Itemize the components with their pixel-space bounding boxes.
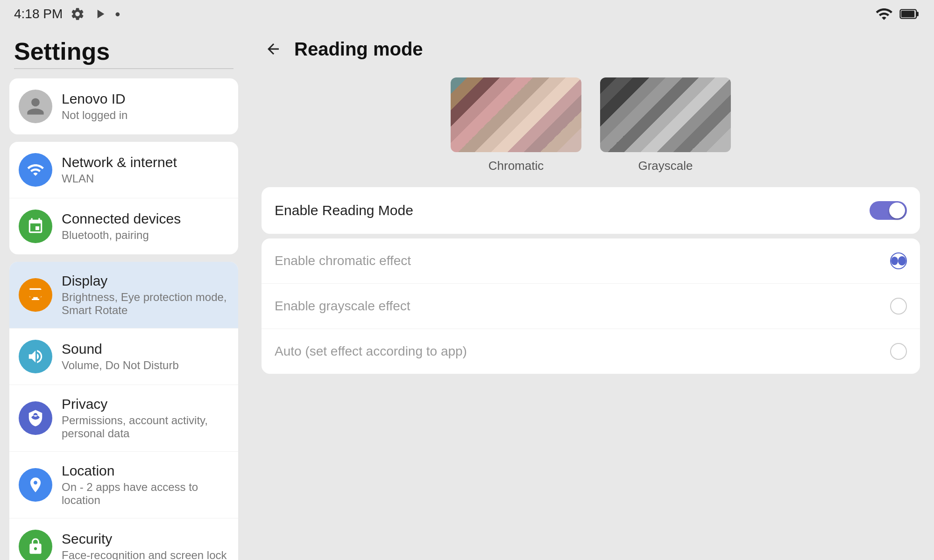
connected-text: Connected devices Bluetooth, pairing [62,211,181,242]
sound-label: Sound [62,341,179,357]
grayscale-effect-radio[interactable] [890,298,907,315]
gear-icon [70,7,85,21]
back-button[interactable] [262,37,285,61]
privacy-label: Privacy [62,396,229,412]
enable-reading-mode-row: Enable Reading Mode [262,187,920,234]
connected-subtitle: Bluetooth, pairing [62,229,181,242]
chromatic-effect-radio[interactable] [890,252,907,269]
network-card: Network & internet WLAN Connected device… [9,142,238,254]
auto-effect-radio[interactable] [890,343,907,360]
sidebar-item-display[interactable]: Display Brightness, Eye protection mode,… [9,262,238,329]
lenovo-id-card: Lenovo ID Not logged in [9,78,238,134]
time-display: 4:18 PM [14,7,63,21]
display-label: Display [62,273,229,289]
lenovo-id-label: Lenovo ID [62,91,127,107]
display-subtitle: Brightness, Eye protection mode, Smart R… [62,291,229,317]
sidebar-item-privacy[interactable]: Privacy Permissions, account activity, p… [9,385,238,452]
reading-mode-options-card: Enable chromatic effect Enable grayscale… [262,238,920,374]
svg-rect-1 [916,12,919,16]
grayscale-image [600,77,731,152]
right-panel: Reading mode Chromatic Grayscale Enable … [248,28,934,560]
left-panel: Settings Lenovo ID Not logged in [0,28,248,560]
security-text: Security Face-recognition and screen loc… [62,531,227,560]
lenovo-id-subtitle: Not logged in [62,109,127,122]
chromatic-swatch: Chromatic [451,77,581,173]
reading-mode-title: Reading mode [294,39,423,60]
grayscale-effect-row[interactable]: Enable grayscale effect [262,284,920,329]
network-text: Network & internet WLAN [62,154,177,185]
status-bar-right [875,5,920,23]
settings-title: Settings [9,33,238,68]
location-label: Location [62,463,229,479]
status-bar: 4:18 PM • [0,0,934,28]
chromatic-stripes [451,77,581,152]
privacy-icon-circle [19,401,52,435]
play-icon [92,7,107,21]
security-icon-circle [19,530,52,560]
network-label: Network & internet [62,154,177,170]
dot-indicator: • [115,6,120,23]
sidebar-item-location[interactable]: Location On - 2 apps have access to loca… [9,452,238,518]
sidebar-item-sound[interactable]: Sound Volume, Do Not Disturb [9,329,238,385]
chromatic-effect-row[interactable]: Enable chromatic effect [262,238,920,284]
grayscale-stripes [600,77,731,152]
chromatic-image [451,77,581,152]
chromatic-effect-label: Enable chromatic effect [275,253,411,268]
security-label: Security [62,531,227,547]
status-bar-left: 4:18 PM • [14,6,120,23]
privacy-text: Privacy Permissions, account activity, p… [62,396,229,440]
auto-effect-label: Auto (set effect according to app) [275,344,467,359]
grayscale-label: Grayscale [638,159,693,173]
chromatic-label: Chromatic [488,159,544,173]
network-subtitle: WLAN [62,172,177,185]
sidebar-item-network[interactable]: Network & internet WLAN [9,142,238,198]
sidebar-item-security[interactable]: Security Face-recognition and screen loc… [9,518,238,560]
display-icon-circle [19,278,52,312]
sound-text: Sound Volume, Do Not Disturb [62,341,179,372]
location-icon-circle [19,468,52,502]
grayscale-effect-label: Enable grayscale effect [275,299,410,314]
grayscale-swatch: Grayscale [600,77,731,173]
svg-rect-2 [901,11,914,17]
sidebar-item-lenovo-id[interactable]: Lenovo ID Not logged in [9,78,238,134]
right-header: Reading mode [262,37,920,61]
swatches-row: Chromatic Grayscale [262,77,920,173]
location-subtitle: On - 2 apps have access to location [62,481,229,507]
network-icon-circle [19,153,52,187]
main-content: Settings Lenovo ID Not logged in [0,28,934,560]
display-text: Display Brightness, Eye protection mode,… [62,273,229,317]
enable-reading-mode-label: Enable Reading Mode [275,203,413,218]
battery-icon [899,5,920,23]
auto-effect-row[interactable]: Auto (set effect according to app) [262,329,920,374]
connected-label: Connected devices [62,211,181,227]
location-text: Location On - 2 apps have access to loca… [62,463,229,507]
wifi-icon [875,5,893,23]
connected-icon-circle [19,210,52,243]
sound-icon-circle [19,340,52,373]
sound-subtitle: Volume, Do Not Disturb [62,359,179,372]
sidebar-item-connected[interactable]: Connected devices Bluetooth, pairing [9,198,238,254]
security-subtitle: Face-recognition and screen lock [62,549,227,560]
enable-reading-mode-toggle[interactable] [870,201,907,220]
avatar [19,90,52,123]
lenovo-id-text: Lenovo ID Not logged in [62,91,127,122]
divider [14,68,234,69]
main-settings-card: Display Brightness, Eye protection mode,… [9,262,238,560]
privacy-subtitle: Permissions, account activity, personal … [62,414,229,440]
